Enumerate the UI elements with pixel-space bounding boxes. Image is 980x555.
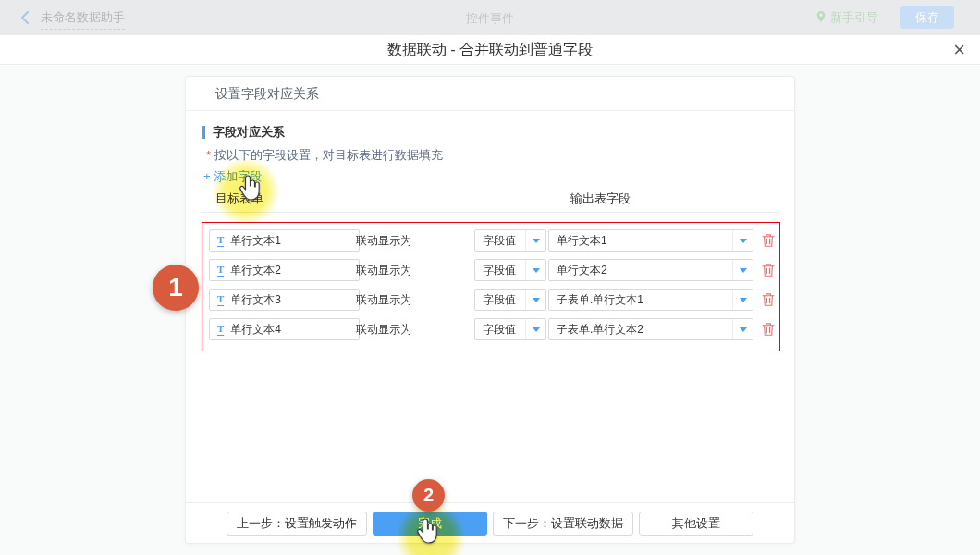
chevron-down-icon xyxy=(525,230,545,251)
step-2-badge: 2 xyxy=(412,479,445,512)
output-field-select[interactable]: 子表单.单行文本2 xyxy=(548,318,753,340)
delete-row-icon[interactable] xyxy=(762,322,775,337)
mode-select[interactable]: 字段值 xyxy=(474,289,546,311)
column-header-output: 输出表字段 xyxy=(570,191,631,207)
relation-label: 联动显示为 xyxy=(356,259,411,281)
other-settings-button[interactable]: 其他设置 xyxy=(639,512,753,536)
footer-buttons: 上一步：设置触发动作 完成 下一步：设置联动数据 其他设置 xyxy=(186,512,794,536)
text-field-type-icon: T xyxy=(217,324,224,336)
mode-select-value: 字段值 xyxy=(475,230,525,251)
mode-select-value: 字段值 xyxy=(475,260,525,280)
data-linkage-modal: 数据联动 - 合并联动到普通字段 × 设置字段对应关系 字段对应关系 *按以下的… xyxy=(0,35,980,555)
beginner-guide-link[interactable]: 新手引导 xyxy=(815,9,878,26)
footer-divider xyxy=(186,502,794,503)
target-field-value: 单行文本3 xyxy=(230,292,281,308)
location-pin-icon xyxy=(815,10,827,26)
mode-select[interactable]: 字段值 xyxy=(474,318,546,340)
text-field-type-icon: T xyxy=(217,294,224,306)
next-step-button[interactable]: 下一步：设置联动数据 xyxy=(493,512,633,536)
prev-step-button[interactable]: 上一步：设置触发动作 xyxy=(227,512,367,536)
mapping-rows-container: T 单行文本1 联动显示为 字段值 单行文本1 xyxy=(202,222,780,352)
chevron-down-icon xyxy=(732,230,753,251)
required-asterisk: * xyxy=(206,148,211,162)
close-icon[interactable]: × xyxy=(953,38,965,62)
target-field-input[interactable]: T 单行文本1 xyxy=(209,229,360,252)
text-field-type-icon: T xyxy=(217,235,224,247)
hand-cursor-icon xyxy=(414,518,438,549)
mode-select-value: 字段值 xyxy=(475,290,525,310)
section-title: 字段对应关系 xyxy=(202,126,285,139)
text-field-type-icon: T xyxy=(217,265,224,277)
output-select-value: 子表单.单行文本2 xyxy=(549,319,732,339)
chevron-down-icon xyxy=(732,290,753,310)
column-divider xyxy=(202,212,780,213)
output-field-select[interactable]: 单行文本2 xyxy=(548,259,753,281)
output-select-value: 单行文本1 xyxy=(549,230,732,251)
chevron-down-icon xyxy=(732,319,753,339)
mapping-row: T 单行文本2 联动显示为 字段值 单行文本2 xyxy=(202,259,779,281)
target-field-value: 单行文本1 xyxy=(230,233,281,249)
mode-select[interactable]: 字段值 xyxy=(474,229,546,252)
delete-row-icon[interactable] xyxy=(762,263,775,278)
modal-body: 设置字段对应关系 字段对应关系 *按以下的字段设置，对目标表进行数据填充 + 添… xyxy=(0,66,980,555)
panel-header-title: 设置字段对应关系 xyxy=(186,77,794,111)
guide-label: 新手引导 xyxy=(830,9,878,26)
chevron-down-icon xyxy=(732,260,753,280)
hand-cursor-icon xyxy=(237,175,261,206)
save-button[interactable]: 保存 xyxy=(900,6,954,29)
mode-select[interactable]: 字段值 xyxy=(474,259,546,281)
step-1-badge: 1 xyxy=(153,265,199,311)
target-field-input[interactable]: T 单行文本2 xyxy=(209,259,360,281)
mapping-row: T 单行文本1 联动显示为 字段值 单行文本1 xyxy=(202,229,779,252)
delete-row-icon[interactable] xyxy=(762,233,775,248)
target-field-input[interactable]: T 单行文本3 xyxy=(209,289,360,311)
modal-title: 数据联动 - 合并联动到普通字段 xyxy=(0,35,980,65)
output-field-select[interactable]: 单行文本1 xyxy=(548,229,753,252)
chevron-down-icon xyxy=(525,260,545,280)
chevron-down-icon xyxy=(525,319,545,339)
mapping-row: T 单行文本4 联动显示为 字段值 子表单.单行文本2 xyxy=(202,318,779,340)
relation-label: 联动显示为 xyxy=(356,229,411,252)
mode-select-value: 字段值 xyxy=(475,319,525,339)
mapping-row: T 单行文本3 联动显示为 字段值 子表单.单行文本1 xyxy=(202,289,779,311)
relation-label: 联动显示为 xyxy=(356,289,411,311)
output-field-select[interactable]: 子表单.单行文本1 xyxy=(548,289,753,311)
output-select-value: 单行文本2 xyxy=(549,260,732,280)
field-mapping-panel: 设置字段对应关系 字段对应关系 *按以下的字段设置，对目标表进行数据填充 + 添… xyxy=(185,76,795,544)
relation-label: 联动显示为 xyxy=(356,318,411,340)
target-field-input[interactable]: T 单行文本4 xyxy=(209,318,360,340)
target-field-value: 单行文本4 xyxy=(230,322,281,338)
top-app-bar: 未命名数据助手 控件事件 新手引导 保存 xyxy=(0,0,980,35)
output-select-value: 子表单.单行文本1 xyxy=(549,290,732,310)
target-field-value: 单行文本2 xyxy=(230,263,281,278)
chevron-down-icon xyxy=(525,290,545,310)
screen: 未命名数据助手 控件事件 新手引导 保存 数据联动 - 合并联动到普通字段 × … xyxy=(0,0,980,555)
modal-header: 数据联动 - 合并联动到普通字段 × xyxy=(0,35,980,65)
delete-row-icon[interactable] xyxy=(762,292,775,307)
